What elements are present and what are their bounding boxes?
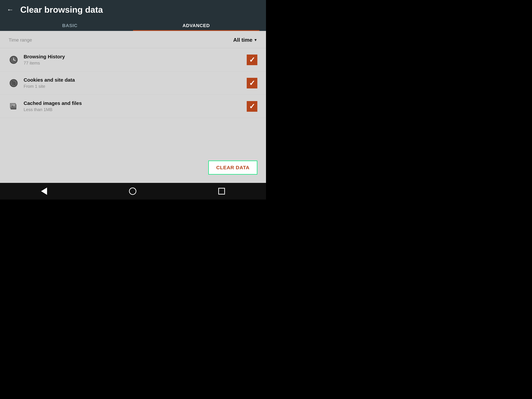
cached-images-subtitle: Less than 1MB (24, 107, 242, 112)
svg-point-10 (14, 84, 15, 85)
list-item: Browsing History 77 items ✓ (0, 48, 266, 71)
check-icon: ✓ (249, 56, 255, 63)
time-range-dropdown[interactable]: All time ▼ (233, 37, 257, 43)
chevron-down-icon: ▼ (254, 38, 257, 42)
cached-images-title: Cached images and files (24, 101, 242, 106)
nav-bar (0, 183, 266, 200)
cookies-checkbox[interactable]: ✓ (247, 78, 257, 89)
svg-point-9 (12, 84, 13, 85)
tabs: BASIC ADVANCED (7, 20, 259, 31)
browsing-history-subtitle: 77 items (24, 61, 242, 66)
page-title: Clear browsing data (20, 5, 103, 15)
nav-recent-button[interactable] (218, 188, 225, 195)
cached-images-checkbox[interactable]: ✓ (247, 101, 257, 112)
time-range-text: All time (233, 37, 253, 43)
check-icon: ✓ (249, 79, 255, 87)
cookies-text: Cookies and site data From 1 site (24, 77, 242, 89)
browsing-history-title: Browsing History (24, 54, 242, 59)
nav-home-button[interactable] (129, 188, 136, 195)
time-range-label: Time range (9, 38, 32, 43)
list-item: Cached images and files Less than 1MB ✓ (0, 95, 266, 118)
check-icon: ✓ (249, 103, 255, 110)
action-area: CLEAR DATA (0, 118, 266, 183)
clear-data-button[interactable]: CLEAR DATA (208, 161, 257, 175)
main-content: Time range All time ▼ Browsing History (0, 31, 266, 183)
time-range-row: Time range All time ▼ (0, 31, 266, 48)
cookie-icon (9, 78, 19, 88)
header-top: ← Clear browsing data (7, 5, 259, 18)
cookies-subtitle: From 1 site (24, 84, 242, 89)
browsing-history-checkbox[interactable]: ✓ (247, 55, 257, 65)
back-triangle-icon (41, 188, 47, 195)
list-item: Cookies and site data From 1 site ✓ (0, 71, 266, 95)
recent-square-icon (218, 188, 225, 195)
app: ← Clear browsing data BASIC ADVANCED Tim… (0, 0, 266, 200)
cached-images-text: Cached images and files Less than 1MB (24, 101, 242, 112)
home-circle-icon (129, 188, 136, 195)
svg-point-17 (11, 104, 12, 105)
tab-basic[interactable]: BASIC (7, 20, 133, 31)
tab-advanced[interactable]: ADVANCED (133, 20, 259, 31)
svg-point-4 (13, 59, 14, 60)
svg-point-8 (14, 82, 15, 83)
image-files-icon (9, 101, 19, 111)
nav-back-button[interactable] (41, 188, 47, 195)
svg-point-7 (12, 81, 13, 82)
header: ← Clear browsing data BASIC ADVANCED (0, 0, 266, 31)
back-button[interactable]: ← (7, 6, 14, 13)
cookies-title: Cookies and site data (24, 77, 242, 83)
browsing-history-text: Browsing History 77 items (24, 54, 242, 66)
clock-icon (9, 55, 19, 65)
